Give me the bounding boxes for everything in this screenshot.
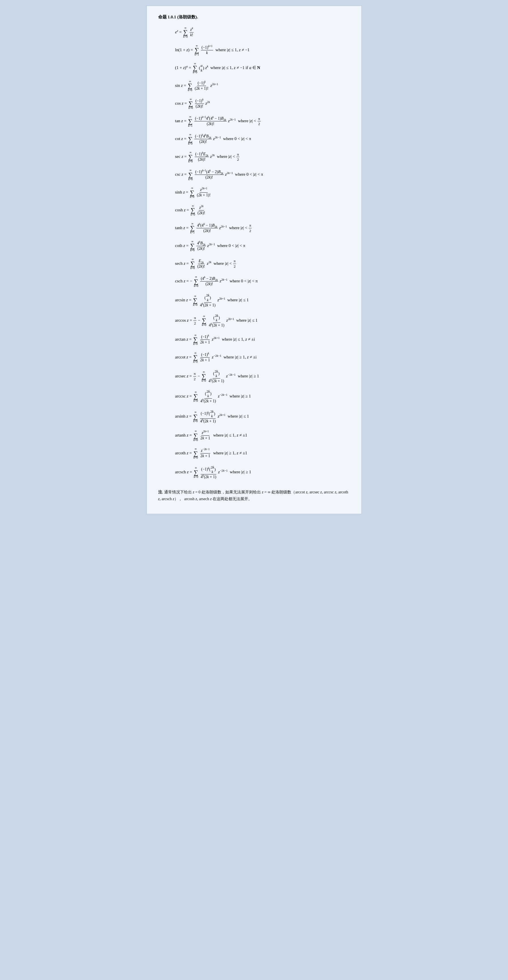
formula-binomial: (1 + z)a = ∞ ∑ k=0 ( a k ) zk where |z| … [175,61,260,75]
formula-cot-text: cot z = ∞ ∑ k=0 (−1)k4kB2k (2k)! z2k−1 w… [175,133,251,145]
formula-ln-text: ln(1 + z) = ∞ ∑ k=1 (−1)k+1 k where |z| … [175,44,250,56]
formula-cos-text: cos z = ∞ ∑ k=0 (−1)k (2k)! z2k [175,98,210,110]
formula-arcoth-text: arcoth z = ∞ ∑ k=0 z−2k−1 2k + 1 where |… [175,447,247,460]
formula-cosh-text: cosh z = ∞ ∑ k=0 z2k (2k)! [175,204,206,216]
note-section: 注. 通常情况下给出 z = 0 处洛朗级数，如果无法展开则给出 z = ∞ 处… [158,489,350,503]
formula-artanh: artanh z = ∞ ∑ k=0 z2k+1 2k + 1 where |z… [175,429,247,442]
formula-cot: cot z = ∞ ∑ k=0 (−1)k4kB2k (2k)! z2k−1 w… [175,132,251,146]
formula-sech-text: sech z = ∞ ∑ k=0 E2k (2k)! z2k where |z|… [175,258,237,270]
formula-tan: tan z = ∞ ∑ k=1 (−1)k+14k(4k − 1)B2k (2k… [175,114,261,128]
formula-csc-text: csc z = ∞ ∑ k=0 (−1)k+1(4k − 2)B2k (2k)!… [175,169,263,181]
formulas-container: ez = ∞ ∑ k=0 zk k! ln(1 + z) = ∞ ∑ [158,25,350,480]
formula-arccos-text: arccos z = π 2 − ∞ ∑ k=0 ( 2k k [175,313,258,328]
formula-exp: ez = ∞ ∑ k=0 zk k! [175,25,194,39]
formula-arcoth: arcoth z = ∞ ∑ k=0 z−2k−1 2k + 1 where |… [175,446,247,460]
formula-arcsec-text: arcsec z = π 2 − ∞ ∑ k=0 ( 2k k [175,369,259,383]
formula-cos: cos z = ∞ ∑ k=0 (−1)k (2k)! z2k [175,97,210,111]
note-label: 注 [158,490,162,494]
formula-tan-text: tan z = ∞ ∑ k=1 (−1)k+14k(4k − 1)B2k (2k… [175,115,261,127]
formula-arcsinh: arsinh z = ∞ ∑ k=0 (−1)k( 2k k ) 4k(2k +… [175,409,249,425]
formula-ln: ln(1 + z) = ∞ ∑ k=1 (−1)k+1 k where |z| … [175,43,250,57]
formula-tanh-text: tanh z = ∞ ∑ k=1 4k(4k − 1)B2k (2k)! z2k… [175,222,252,234]
formula-exp-text: ez = ∞ ∑ k=0 zk k! [175,26,194,38]
formula-arccsc: arccsc z = ∞ ∑ k=0 ( 2k k ) 4k(2k + 1) z… [175,388,251,404]
formula-csc: csc z = ∞ ∑ k=0 (−1)k+1(4k − 2)B2k (2k)!… [175,168,263,181]
formula-arcsin-text: arcsin z = ∞ ∑ k=0 ( 2k k ) 4k(2k + 1) z… [175,293,249,307]
page-container: 命题 1.0.1 (洛朗级数). ez = ∞ ∑ k=0 zk k! ln(1… [147,6,361,514]
formula-arcsin: arcsin z = ∞ ∑ k=0 ( 2k k ) 4k(2k + 1) z… [175,292,249,309]
formula-arccot: arccot z = ∞ ∑ k=0 (−1)k 2k + 1 z−2k−1 w… [175,350,257,364]
formula-cosh: cosh z = ∞ ∑ k=0 z2k (2k)! [175,204,206,217]
proposition-title: 命题 1.0.1 (洛朗级数). [158,14,350,20]
formula-sinh: sinh z = ∞ ∑ k=0 z2k+1 (2k + 1)! [175,186,212,199]
formula-arccos: arccos z = π 2 − ∞ ∑ k=0 ( 2k k [175,313,258,329]
formula-sinh-text: sinh z = ∞ ∑ k=0 z2k+1 (2k + 1)! [175,186,212,199]
formula-coth: coth z = ∞ ∑ k=0 4kB2k (2k)! z2k−1 where… [175,239,245,253]
formula-arccot-text: arccot z = ∞ ∑ k=0 (−1)k 2k + 1 z−2k−1 w… [175,352,257,364]
formula-arctan-text: arctan z = ∞ ∑ k=0 (−1)k 2k + 1 z2k+1 wh… [175,334,255,346]
formula-tanh: tanh z = ∞ ∑ k=1 4k(4k − 1)B2k (2k)! z2k… [175,221,252,235]
formula-arccsc-text: arccsc z = ∞ ∑ k=0 ( 2k k ) 4k(2k + 1) z… [175,389,251,404]
formula-csch: csch z = − ∞ ∑ k=0 (4k − 2)B2k (2k)! z2k… [175,274,258,288]
formula-arctan: arctan z = ∞ ∑ k=0 (−1)k 2k + 1 z2k+1 wh… [175,333,255,347]
formula-arcsch-text: arcsch z = ∞ ∑ k=0 (−1)k( 2k k ) 4k(2k +… [175,465,251,479]
formula-arcsch: arcsch z = ∞ ∑ k=0 (−1)k( 2k k ) 4k(2k +… [175,464,251,480]
formula-coth-text: coth z = ∞ ∑ k=0 4kB2k (2k)! z2k−1 where… [175,240,245,252]
formula-sin-text: sin z = ∞ ∑ k=0 (−1)k (2k + 1)! z2k+1 [175,80,218,92]
formula-arcsinh-text: arsinh z = ∞ ∑ k=0 (−1)k( 2k k ) 4k(2k +… [175,409,249,424]
formula-sech: sech z = ∞ ∑ k=0 E2k (2k)! z2k where |z|… [175,257,237,271]
formula-sec-text: sec z = ∞ ∑ k=0 (−1)kE2k (2k)! z2k where… [175,151,240,163]
formula-csch-text: csch z = − ∞ ∑ k=0 (4k − 2)B2k (2k)! z2k… [175,275,258,288]
formula-artanh-text: artanh z = ∞ ∑ k=0 z2k+1 2k + 1 where |z… [175,430,247,442]
formula-sec: sec z = ∞ ∑ k=0 (−1)kE2k (2k)! z2k where… [175,150,240,164]
formula-sin: sin z = ∞ ∑ k=0 (−1)k (2k + 1)! z2k+1 [175,79,218,93]
formula-binomial-text: (1 + z)a = ∞ ∑ k=0 ( a k ) zk where |z| … [175,62,260,74]
note-text: . 通常情况下给出 z = 0 处洛朗级数，如果无法展开则给出 z = ∞ 处洛… [158,490,349,501]
formula-arcsec: arcsec z = π 2 − ∞ ∑ k=0 ( 2k k [175,368,259,385]
